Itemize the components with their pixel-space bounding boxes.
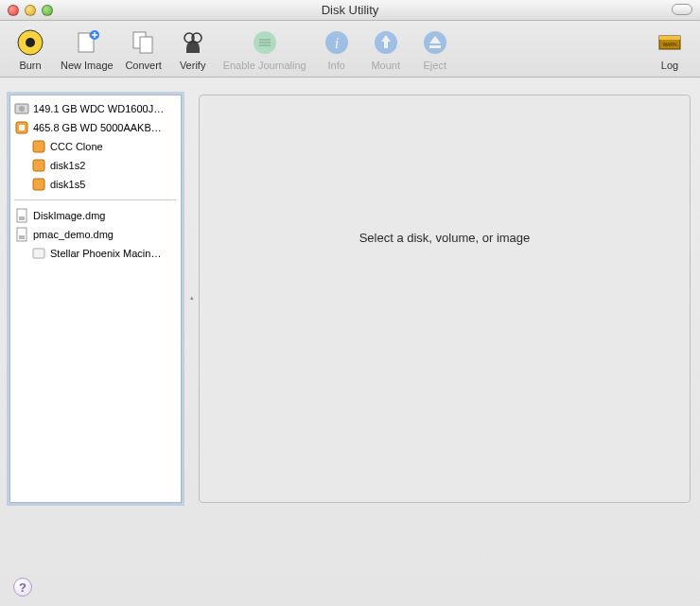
- detail-pane: ▴ Select a disk, volume, or image: [199, 95, 691, 503]
- volume-row[interactable]: disk1s5: [10, 175, 181, 194]
- svg-rect-5: [140, 37, 152, 53]
- footer: ?: [13, 578, 32, 597]
- info-button: i Info: [318, 27, 356, 71]
- svg-point-1: [26, 38, 35, 47]
- external-volume-icon: [31, 139, 46, 154]
- verify-button[interactable]: Verify: [174, 27, 212, 71]
- svg-rect-22: [33, 179, 44, 190]
- mounted-image-label: Stellar Phoenix Macin…: [50, 248, 161, 259]
- volume-label: CCC Clone: [50, 141, 103, 152]
- help-button[interactable]: ?: [13, 578, 32, 597]
- external-disk-icon: [14, 120, 29, 135]
- convert-label: Convert: [125, 60, 162, 71]
- split-handle[interactable]: ▴: [190, 294, 194, 302]
- image-label: DiskImage.dmg: [33, 210, 105, 221]
- toolbar-toggle-button[interactable]: [672, 4, 692, 15]
- image-label: pmac_demo.dmg: [33, 229, 114, 240]
- image-row[interactable]: DiskImage.dmg: [10, 206, 181, 225]
- content-area: 149.1 GB WDC WD1600J… 465.8 GB WD 5000AA…: [0, 78, 700, 522]
- burn-icon: [15, 27, 45, 58]
- toolbar: Burn New Image Convert Verify Enable Jou…: [0, 21, 700, 78]
- enable-journaling-label: Enable Journaling: [223, 60, 306, 71]
- external-volume-icon: [31, 158, 46, 173]
- log-icon: WARN: [655, 27, 685, 58]
- mount-label: Mount: [371, 60, 400, 71]
- convert-button[interactable]: Convert: [125, 27, 163, 71]
- log-label: Log: [661, 60, 678, 71]
- burn-label: Burn: [19, 60, 41, 71]
- internal-disk-icon: [14, 101, 29, 116]
- titlebar: Disk Utility: [0, 0, 700, 21]
- dmg-icon: [14, 208, 29, 223]
- journaling-icon: [250, 27, 280, 58]
- volume-row[interactable]: CCC Clone: [10, 137, 181, 156]
- svg-rect-21: [33, 160, 44, 171]
- sidebar-divider: [14, 199, 177, 200]
- new-image-button[interactable]: New Image: [61, 27, 114, 71]
- placeholder-text: Select a disk, volume, or image: [359, 231, 531, 245]
- info-icon: i: [322, 27, 352, 58]
- verify-label: Verify: [180, 60, 206, 71]
- info-label: Info: [328, 60, 345, 71]
- volume-label: disk1s2: [50, 160, 85, 171]
- svg-rect-19: [19, 125, 25, 130]
- eject-label: Eject: [423, 60, 446, 71]
- window-title: Disk Utility: [0, 3, 700, 17]
- mount-icon: [371, 27, 401, 58]
- svg-rect-20: [33, 141, 44, 152]
- eject-button: Eject: [416, 27, 454, 71]
- eject-icon: [420, 27, 450, 58]
- image-row[interactable]: pmac_demo.dmg: [10, 225, 181, 244]
- external-volume-icon: [31, 177, 46, 192]
- mounted-image-row[interactable]: Stellar Phoenix Macin…: [10, 244, 181, 263]
- svg-rect-14: [659, 36, 680, 40]
- convert-icon: [129, 27, 159, 58]
- svg-text:i: i: [334, 35, 338, 51]
- svg-rect-27: [33, 249, 44, 258]
- disk-row[interactable]: 465.8 GB WD 5000AAKB…: [10, 118, 181, 137]
- enable-journaling-button: Enable Journaling: [223, 27, 306, 71]
- svg-rect-24: [19, 216, 25, 220]
- mounted-volume-icon: [31, 246, 46, 261]
- new-image-icon: [72, 27, 102, 58]
- source-list[interactable]: 149.1 GB WDC WD1600J… 465.8 GB WD 5000AA…: [9, 95, 182, 503]
- svg-text:WARN: WARN: [662, 42, 676, 47]
- burn-button[interactable]: Burn: [11, 27, 49, 71]
- volume-row[interactable]: disk1s2: [10, 156, 181, 175]
- svg-rect-26: [19, 235, 25, 239]
- dmg-icon: [14, 227, 29, 242]
- mount-button: Mount: [367, 27, 405, 71]
- disk-label: 149.1 GB WDC WD1600J…: [33, 103, 164, 114]
- volume-label: disk1s5: [50, 179, 85, 190]
- verify-icon: [178, 27, 208, 58]
- svg-point-17: [19, 106, 25, 112]
- disk-label: 465.8 GB WD 5000AAKB…: [33, 122, 162, 133]
- new-image-label: New Image: [61, 60, 114, 71]
- disk-row[interactable]: 149.1 GB WDC WD1600J…: [10, 99, 181, 118]
- log-button[interactable]: WARN Log: [651, 27, 689, 71]
- help-icon: ?: [19, 580, 26, 595]
